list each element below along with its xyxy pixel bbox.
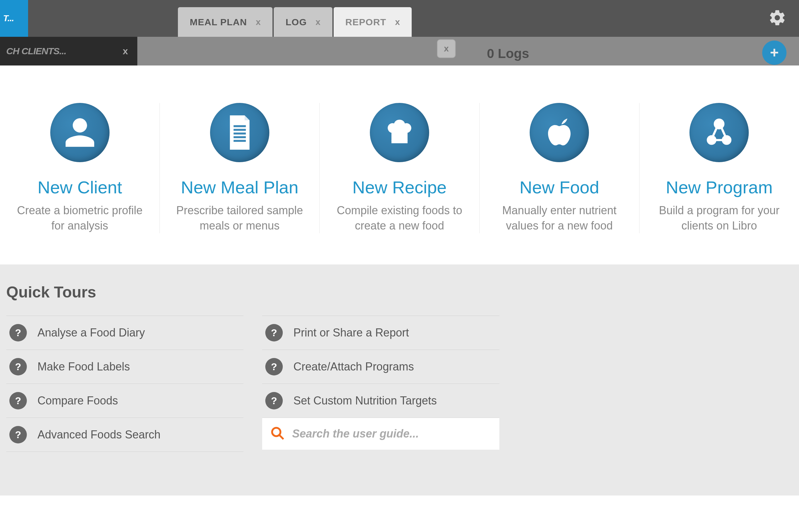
card-description: Build a program for your clients on Libr… [650,203,788,233]
tours-column-2: ? Print or Share a Report ? Create/Attac… [262,316,500,452]
card-title: New Program [649,177,789,197]
tours-column-1: ? Analyse a Food Diary ? Make Food Label… [6,316,243,452]
search-icon [270,426,285,441]
tour-label: Make Food Labels [37,360,130,373]
question-icon: ? [265,392,283,410]
action-cards-row: New Client Create a biometric profile fo… [0,65,799,264]
card-new-client[interactable]: New Client Create a biometric profile fo… [0,103,160,233]
clear-search-icon[interactable]: x [123,46,128,56]
peek-close-button[interactable]: x [437,39,456,58]
tabs: MEAL PLAN x LOG x REPORT x [178,0,413,37]
second-bar: CH CLIENTS... x x 0 Logs + [0,37,799,65]
document-icon [210,103,269,162]
tab-meal-plan[interactable]: MEAL PLAN x [178,7,272,37]
tab-label: REPORT [345,17,386,27]
tab-report[interactable]: REPORT x [334,7,412,37]
tour-label: Create/Attach Programs [293,360,414,373]
svg-line-10 [279,435,284,439]
svg-rect-2 [234,133,246,134]
question-icon: ? [10,426,27,443]
tour-label: Compare Foods [37,394,118,407]
tour-advanced-foods-search[interactable]: ? Advanced Foods Search [6,418,243,452]
apple-icon [530,103,589,162]
top-left-stub[interactable]: T... [0,0,28,37]
tab-close-icon[interactable]: x [315,17,321,27]
svg-point-6 [708,136,715,144]
svg-point-7 [723,136,730,144]
question-icon: ? [265,324,283,341]
tour-make-food-labels[interactable]: ? Make Food Labels [6,349,243,384]
question-icon: ? [265,358,283,376]
card-description: Prescribe tailored sample meals or menus [171,203,308,233]
card-new-meal-plan[interactable]: New Meal Plan Prescribe tailored sample … [160,103,320,233]
tour-create-attach-programs[interactable]: ? Create/Attach Programs [262,349,500,384]
chef-hat-icon [370,103,429,162]
add-button[interactable]: + [762,40,786,65]
tour-label: Print or Share a Report [293,326,409,339]
question-icon: ? [10,358,27,376]
card-title: New Meal Plan [169,177,310,197]
tour-compare-foods[interactable]: ? Compare Foods [6,384,243,418]
tab-close-icon[interactable]: x [256,17,260,27]
card-description: Manually enter nutrient values for a new… [491,203,628,233]
tour-label: Advanced Foods Search [37,428,160,441]
search-user-guide[interactable] [262,418,500,450]
card-new-food[interactable]: New Food Manually enter nutrient values … [480,103,639,233]
question-icon: ? [10,392,27,410]
tour-analyse-food-diary[interactable]: ? Analyse a Food Diary [6,316,243,349]
tab-label: MEAL PLAN [190,17,247,27]
card-new-program[interactable]: New Program Build a program for your cli… [639,103,799,233]
tab-close-icon[interactable]: x [395,17,400,27]
svg-rect-1 [234,129,246,131]
card-description: Create a biometric profile for analysis [11,203,149,233]
quick-tours-heading: Quick Tours [6,283,793,301]
search-clients-placeholder: CH CLIENTS... [6,46,66,56]
tour-set-custom-nutrition-targets[interactable]: ? Set Custom Nutrition Targets [262,384,500,418]
svg-rect-3 [234,136,246,138]
question-icon: ? [10,324,27,341]
top-left-label: T... [3,14,14,23]
svg-rect-4 [234,140,246,142]
svg-rect-0 [234,125,246,127]
tour-print-share-report[interactable]: ? Print or Share a Report [262,316,500,349]
svg-rect-5 [392,140,407,143]
card-title: New Client [10,177,150,197]
tour-label: Set Custom Nutrition Targets [293,394,437,407]
tab-log[interactable]: LOG x [274,7,332,37]
gear-icon [768,9,786,27]
close-icon: x [444,44,449,54]
card-title: New Food [489,177,630,197]
network-icon [689,103,749,162]
search-clients-input[interactable]: CH CLIENTS... x [0,37,137,65]
card-new-recipe[interactable]: New Recipe Compile existing foods to cre… [320,103,479,233]
tour-label: Analyse a Food Diary [37,326,145,339]
quick-tours-section: Quick Tours ? Analyse a Food Diary ? Mak… [0,264,799,495]
tab-label: LOG [286,17,307,27]
card-title: New Recipe [329,177,470,197]
search-user-guide-input[interactable] [292,427,493,440]
top-bar: T... MEAL PLAN x LOG x REPORT x [0,0,799,37]
plus-icon: + [770,45,779,60]
logs-count-label: 0 Logs [487,46,529,61]
card-description: Compile existing foods to create a new f… [331,203,468,233]
svg-point-9 [272,428,280,436]
person-icon [50,103,110,162]
settings-button[interactable] [768,9,786,28]
